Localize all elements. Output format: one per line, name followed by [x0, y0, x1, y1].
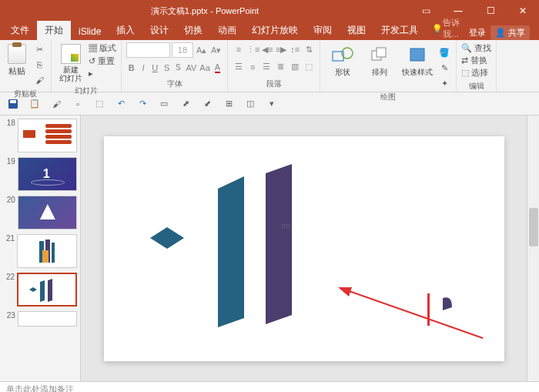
window-title: 演示文稿1.pptx - PowerPoint: [0, 5, 410, 17]
thumbnail-22[interactable]: [17, 273, 77, 307]
tab-review[interactable]: 审阅: [306, 21, 340, 40]
align-right-button[interactable]: ☰: [260, 60, 273, 74]
tab-animations[interactable]: 动画: [210, 21, 244, 40]
char-spacing-button[interactable]: AV: [185, 61, 197, 75]
align-qat-button[interactable]: ⊞: [222, 97, 236, 111]
save-button[interactable]: [6, 97, 20, 111]
share-button[interactable]: 👤 共享: [490, 25, 530, 40]
shape-small-purple[interactable]: [443, 297, 452, 310]
format-painter-button[interactable]: 🖌: [32, 73, 46, 87]
text-direction-button[interactable]: ⇅: [303, 42, 315, 56]
thumbnail-20[interactable]: [18, 196, 77, 230]
strikethrough-button[interactable]: S: [162, 61, 172, 75]
numbering-button[interactable]: ⋮≡: [246, 42, 259, 56]
paste-button[interactable]: 粘贴: [5, 42, 29, 87]
bullets-button[interactable]: ≡: [233, 42, 245, 56]
copy-button[interactable]: ⎘: [32, 58, 46, 72]
arrange-button[interactable]: 排列: [362, 42, 397, 90]
group-clipboard: 粘贴 ✂ ⎘ 🖌 剪贴板: [0, 40, 52, 92]
tab-view[interactable]: 视图: [340, 21, 373, 40]
tell-me[interactable]: 💡 告诉我...: [426, 17, 469, 40]
align-center-button[interactable]: ≡: [246, 60, 259, 74]
cursor-icon: ⬚: [461, 68, 469, 78]
close-button[interactable]: ✕: [507, 0, 539, 22]
shape-diamond[interactable]: [150, 227, 184, 249]
shrink-qat-button[interactable]: ⬋: [200, 97, 214, 111]
svg-marker-9: [52, 243, 55, 263]
font-group-label: 字体: [126, 77, 223, 89]
smartart-button[interactable]: ⬚: [303, 60, 315, 74]
change-case-button[interactable]: Aa: [199, 61, 210, 75]
select-button[interactable]: ⬚选择: [461, 67, 491, 79]
format-painter-qat[interactable]: 🖌: [49, 97, 63, 111]
redo-button[interactable]: ↷: [136, 97, 149, 111]
new-slide-button[interactable]: 新建 幻灯片: [56, 42, 85, 84]
undo-button[interactable]: ↶: [114, 97, 128, 111]
login-link[interactable]: 登录: [469, 27, 486, 39]
thumbnail-23[interactable]: [18, 311, 77, 327]
group-paragraph: ≡ ⋮≡ ◀≡ ≡▶ ↕≡ ⇅ ☰ ≡ ☰ ≣ ▥ ⬚ 段落: [228, 40, 320, 92]
tab-islide[interactable]: iSlide: [71, 23, 109, 40]
shrink-font-button[interactable]: A▾: [209, 43, 223, 57]
font-name-box[interactable]: [126, 42, 170, 58]
slide-thumbnails[interactable]: 18 19 1 20 21 22 23: [0, 116, 81, 381]
tab-slideshow[interactable]: 幻灯片放映: [244, 21, 306, 40]
thumbnail-19[interactable]: 1: [18, 157, 77, 191]
line-spacing-button[interactable]: ↕≡: [289, 42, 301, 56]
italic-button[interactable]: I: [138, 61, 148, 75]
thumb-num: 20: [3, 196, 15, 230]
tab-transitions[interactable]: 切换: [176, 21, 210, 40]
more-qat-button[interactable]: ▾: [265, 97, 279, 111]
replace-button[interactable]: ⇄替换: [461, 55, 491, 66]
slideshow-qat-button[interactable]: ▭: [157, 97, 171, 111]
font-size-box[interactable]: 18: [172, 42, 194, 58]
slide-canvas[interactable]: en: [81, 116, 527, 381]
new-qat-button[interactable]: ▫: [71, 97, 85, 111]
tab-design[interactable]: 设计: [142, 21, 176, 40]
quick-styles-icon: [403, 44, 432, 65]
paste-qat-button[interactable]: 📋: [28, 97, 42, 111]
quick-styles-button[interactable]: 快速样式: [399, 42, 436, 90]
align-left-button[interactable]: ☰: [233, 60, 245, 74]
shape-teal-bar[interactable]: [218, 176, 244, 327]
notes-pane[interactable]: 单击此处添加备注: [0, 381, 539, 392]
columns-button[interactable]: ▥: [289, 60, 301, 74]
tab-insert[interactable]: 插入: [109, 21, 142, 40]
tab-devtools[interactable]: 开发工具: [373, 21, 426, 40]
thumbnail-18[interactable]: [18, 119, 77, 152]
grow-qat-button[interactable]: ⬈: [179, 97, 192, 111]
shapes-button[interactable]: 形状: [325, 42, 360, 90]
grow-font-button[interactable]: A▴: [195, 43, 208, 57]
arrow-head-icon: [338, 287, 352, 297]
cut-button[interactable]: ✂: [32, 42, 46, 56]
layout-button[interactable]: ▦ 版式: [89, 42, 116, 54]
reset-button[interactable]: ↺ 重置: [89, 55, 116, 67]
vertical-scrollbar[interactable]: [527, 116, 539, 381]
svg-rect-6: [10, 100, 16, 103]
indent-increase-button[interactable]: ≡▶: [275, 42, 287, 56]
shape-small-red[interactable]: [427, 293, 430, 326]
tab-home[interactable]: 开始: [37, 21, 71, 40]
justify-button[interactable]: ≣: [275, 60, 287, 74]
shape-fill-button[interactable]: 🪣: [437, 45, 451, 59]
svg-marker-13: [48, 279, 52, 302]
shape-purple-bar[interactable]: [266, 164, 292, 324]
tab-file[interactable]: 文件: [3, 21, 37, 40]
scrollbar-thumb[interactable]: [529, 208, 538, 246]
font-color-button[interactable]: A: [213, 61, 223, 75]
thumbnail-21[interactable]: [17, 234, 77, 268]
shadow-button[interactable]: 𝖲: [173, 61, 183, 75]
shape-outline-button[interactable]: ✎: [437, 61, 451, 75]
bold-button[interactable]: B: [126, 61, 136, 75]
underline-button[interactable]: U: [150, 61, 160, 75]
section-button[interactable]: ▸: [89, 69, 116, 79]
arrange-icon: [365, 44, 394, 65]
slide-22[interactable]: en: [104, 136, 504, 361]
find-button[interactable]: 🔍查找: [461, 42, 491, 54]
group-qat-button[interactable]: ◫: [243, 97, 257, 111]
maximize-button[interactable]: ☐: [474, 0, 507, 22]
object-qat-button[interactable]: ⬚: [92, 97, 106, 111]
thumb-num: 21: [3, 234, 15, 268]
indent-decrease-button[interactable]: ◀≡: [261, 42, 273, 56]
shape-effects-button[interactable]: ✦: [437, 76, 451, 90]
